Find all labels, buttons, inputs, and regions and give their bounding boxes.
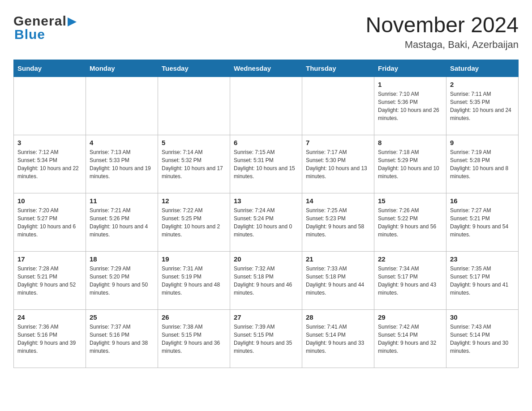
calendar-cell: 8Sunrise: 7:18 AM Sunset: 5:29 PM Daylig… xyxy=(374,135,446,193)
day-number: 20 xyxy=(234,255,298,263)
day-number: 11 xyxy=(90,197,154,205)
calendar-cell: 7Sunrise: 7:17 AM Sunset: 5:30 PM Daylig… xyxy=(302,135,374,193)
day-info: Sunrise: 7:26 AM Sunset: 5:22 PM Dayligh… xyxy=(378,206,442,239)
calendar-cell: 26Sunrise: 7:38 AM Sunset: 5:15 PM Dayli… xyxy=(158,309,230,368)
calendar-cell xyxy=(158,77,230,135)
calendar-cell: 16Sunrise: 7:27 AM Sunset: 5:21 PM Dayli… xyxy=(446,193,519,251)
week-row-2: 3Sunrise: 7:12 AM Sunset: 5:34 PM Daylig… xyxy=(14,135,519,193)
day-number: 25 xyxy=(90,313,154,321)
calendar-cell: 3Sunrise: 7:12 AM Sunset: 5:34 PM Daylig… xyxy=(14,135,86,193)
col-header-monday: Monday xyxy=(86,60,158,77)
page-header: General Blue November 2024 Mastaga, Baki… xyxy=(13,13,519,51)
day-number: 3 xyxy=(17,139,82,146)
day-number: 29 xyxy=(378,313,442,321)
day-info: Sunrise: 7:17 AM Sunset: 5:30 PM Dayligh… xyxy=(306,148,370,180)
day-info: Sunrise: 7:37 AM Sunset: 5:16 PM Dayligh… xyxy=(90,323,154,355)
day-info: Sunrise: 7:20 AM Sunset: 5:27 PM Dayligh… xyxy=(17,206,82,239)
day-info: Sunrise: 7:33 AM Sunset: 5:18 PM Dayligh… xyxy=(306,265,370,297)
month-title: November 2024 xyxy=(365,13,519,37)
calendar-cell: 17Sunrise: 7:28 AM Sunset: 5:21 PM Dayli… xyxy=(14,251,86,309)
day-number: 16 xyxy=(450,197,515,205)
day-number: 13 xyxy=(234,197,298,205)
location: Mastaga, Baki, Azerbaijan xyxy=(365,39,519,51)
day-number: 2 xyxy=(450,81,515,88)
day-number: 6 xyxy=(234,139,298,146)
calendar-cell: 5Sunrise: 7:14 AM Sunset: 5:32 PM Daylig… xyxy=(158,135,230,193)
day-info: Sunrise: 7:18 AM Sunset: 5:29 PM Dayligh… xyxy=(378,148,442,180)
calendar-cell xyxy=(302,77,374,135)
col-header-sunday: Sunday xyxy=(14,60,86,77)
day-number: 21 xyxy=(306,255,370,263)
logo-blue-text: Blue xyxy=(14,27,45,42)
day-number: 4 xyxy=(90,139,154,146)
week-row-1: 1Sunrise: 7:10 AM Sunset: 5:36 PM Daylig… xyxy=(14,77,519,135)
calendar-cell: 25Sunrise: 7:37 AM Sunset: 5:16 PM Dayli… xyxy=(86,309,158,368)
col-header-friday: Friday xyxy=(374,60,446,77)
calendar-cell: 6Sunrise: 7:15 AM Sunset: 5:31 PM Daylig… xyxy=(230,135,302,193)
calendar-cell: 10Sunrise: 7:20 AM Sunset: 5:27 PM Dayli… xyxy=(14,193,86,251)
day-info: Sunrise: 7:41 AM Sunset: 5:14 PM Dayligh… xyxy=(306,323,370,355)
calendar-cell: 14Sunrise: 7:25 AM Sunset: 5:23 PM Dayli… xyxy=(302,193,374,251)
day-info: Sunrise: 7:13 AM Sunset: 5:33 PM Dayligh… xyxy=(90,148,154,180)
calendar-cell xyxy=(86,77,158,135)
day-info: Sunrise: 7:14 AM Sunset: 5:32 PM Dayligh… xyxy=(162,148,226,180)
day-number: 28 xyxy=(306,313,370,321)
day-number: 5 xyxy=(162,139,226,146)
day-info: Sunrise: 7:35 AM Sunset: 5:17 PM Dayligh… xyxy=(450,265,515,297)
calendar-cell: 9Sunrise: 7:19 AM Sunset: 5:28 PM Daylig… xyxy=(446,135,519,193)
calendar-cell: 12Sunrise: 7:22 AM Sunset: 5:25 PM Dayli… xyxy=(158,193,230,251)
col-header-saturday: Saturday xyxy=(446,60,519,77)
day-number: 19 xyxy=(162,255,226,263)
calendar-cell: 18Sunrise: 7:29 AM Sunset: 5:20 PM Dayli… xyxy=(86,251,158,309)
day-info: Sunrise: 7:36 AM Sunset: 5:16 PM Dayligh… xyxy=(17,323,82,355)
day-number: 9 xyxy=(450,139,515,146)
title-section: November 2024 Mastaga, Baki, Azerbaijan xyxy=(365,13,519,51)
day-number: 15 xyxy=(378,197,442,205)
calendar-cell: 23Sunrise: 7:35 AM Sunset: 5:17 PM Dayli… xyxy=(446,251,519,309)
day-number: 24 xyxy=(17,313,82,321)
logo-general-text: General xyxy=(13,13,67,29)
day-number: 1 xyxy=(378,81,442,88)
calendar-cell: 30Sunrise: 7:43 AM Sunset: 5:14 PM Dayli… xyxy=(446,309,519,368)
day-info: Sunrise: 7:15 AM Sunset: 5:31 PM Dayligh… xyxy=(234,148,298,180)
day-info: Sunrise: 7:12 AM Sunset: 5:34 PM Dayligh… xyxy=(17,148,82,180)
day-info: Sunrise: 7:10 AM Sunset: 5:36 PM Dayligh… xyxy=(378,90,442,122)
calendar-cell: 4Sunrise: 7:13 AM Sunset: 5:33 PM Daylig… xyxy=(86,135,158,193)
week-row-5: 24Sunrise: 7:36 AM Sunset: 5:16 PM Dayli… xyxy=(14,309,519,368)
calendar-cell: 19Sunrise: 7:31 AM Sunset: 5:19 PM Dayli… xyxy=(158,251,230,309)
calendar-cell: 20Sunrise: 7:32 AM Sunset: 5:18 PM Dayli… xyxy=(230,251,302,309)
day-info: Sunrise: 7:39 AM Sunset: 5:15 PM Dayligh… xyxy=(234,323,298,355)
week-row-3: 10Sunrise: 7:20 AM Sunset: 5:27 PM Dayli… xyxy=(14,193,519,251)
day-number: 14 xyxy=(306,197,370,205)
day-number: 17 xyxy=(17,255,82,263)
day-number: 30 xyxy=(450,313,515,321)
day-number: 10 xyxy=(17,197,82,205)
calendar-cell: 1Sunrise: 7:10 AM Sunset: 5:36 PM Daylig… xyxy=(374,77,446,135)
col-header-wednesday: Wednesday xyxy=(230,60,302,77)
day-info: Sunrise: 7:29 AM Sunset: 5:20 PM Dayligh… xyxy=(90,265,154,297)
svg-marker-0 xyxy=(68,17,77,26)
day-number: 18 xyxy=(90,255,154,263)
day-number: 27 xyxy=(234,313,298,321)
calendar-cell: 28Sunrise: 7:41 AM Sunset: 5:14 PM Dayli… xyxy=(302,309,374,368)
day-number: 22 xyxy=(378,255,442,263)
calendar-cell: 22Sunrise: 7:34 AM Sunset: 5:17 PM Dayli… xyxy=(374,251,446,309)
calendar-header-row: SundayMondayTuesdayWednesdayThursdayFrid… xyxy=(14,60,519,77)
day-info: Sunrise: 7:27 AM Sunset: 5:21 PM Dayligh… xyxy=(450,206,515,239)
day-number: 12 xyxy=(162,197,226,205)
day-info: Sunrise: 7:22 AM Sunset: 5:25 PM Dayligh… xyxy=(162,206,226,239)
calendar-cell: 27Sunrise: 7:39 AM Sunset: 5:15 PM Dayli… xyxy=(230,309,302,368)
calendar-cell xyxy=(14,77,86,135)
day-info: Sunrise: 7:28 AM Sunset: 5:21 PM Dayligh… xyxy=(17,265,82,297)
logo-arrow-icon xyxy=(68,17,77,26)
day-info: Sunrise: 7:34 AM Sunset: 5:17 PM Dayligh… xyxy=(378,265,442,297)
calendar-table: SundayMondayTuesdayWednesdayThursdayFrid… xyxy=(13,60,519,368)
day-info: Sunrise: 7:38 AM Sunset: 5:15 PM Dayligh… xyxy=(162,323,226,355)
day-info: Sunrise: 7:19 AM Sunset: 5:28 PM Dayligh… xyxy=(450,148,515,180)
calendar-cell: 29Sunrise: 7:42 AM Sunset: 5:14 PM Dayli… xyxy=(374,309,446,368)
day-number: 26 xyxy=(162,313,226,321)
calendar-cell: 15Sunrise: 7:26 AM Sunset: 5:22 PM Dayli… xyxy=(374,193,446,251)
calendar-cell: 2Sunrise: 7:11 AM Sunset: 5:35 PM Daylig… xyxy=(446,77,519,135)
day-info: Sunrise: 7:43 AM Sunset: 5:14 PM Dayligh… xyxy=(450,323,515,355)
calendar-cell xyxy=(230,77,302,135)
